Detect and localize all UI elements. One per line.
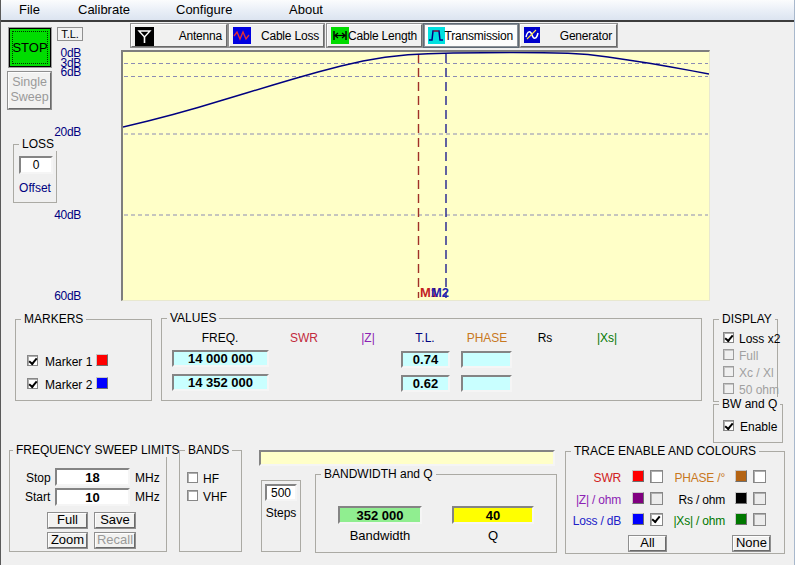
- display-group: DISPLAY Loss x2 Full Xc / Xl 50 ohm: [713, 319, 778, 402]
- marker2-tl-field[interactable]: 0.62: [401, 375, 450, 392]
- bandwidth-q-group-title: BANDWIDTH and Q: [321, 467, 436, 481]
- tab-label: Generator: [560, 29, 612, 43]
- trace-none-button[interactable]: None: [733, 536, 770, 551]
- bandwidth-label: Bandwidth: [338, 528, 422, 543]
- start-label: Start: [25, 490, 50, 504]
- marker1-tl-field[interactable]: 0.74: [401, 351, 450, 368]
- header-freq: FREQ.: [190, 331, 250, 345]
- loss-offset-input[interactable]: 0: [19, 156, 53, 174]
- marker1-phase-field[interactable]: [461, 351, 512, 368]
- trace-swatch-phase[interactable]: [735, 470, 747, 482]
- trace-swatch-xsohm[interactable]: [735, 513, 747, 525]
- y-axis-label-6db: 6dB: [45, 65, 81, 79]
- xcxl-label: Xc / Xl: [739, 366, 774, 380]
- tab-generator[interactable]: Generator: [520, 24, 617, 47]
- recall-button[interactable]: Recall: [95, 533, 135, 548]
- app-window: File Calibrate Configure About STOP T.L.…: [0, 0, 795, 565]
- trace-all-button[interactable]: All: [629, 536, 666, 551]
- marker2-phase-field[interactable]: [461, 375, 512, 392]
- bwq-enable-checkbox[interactable]: [723, 420, 734, 431]
- values-group-title: VALUES: [167, 311, 219, 325]
- bands-group-title: BANDS: [185, 443, 232, 457]
- header-xs: |Xs|: [577, 331, 637, 345]
- tab-cable-loss[interactable]: Cable Loss: [229, 24, 324, 47]
- xcxl-checkbox[interactable]: [723, 366, 734, 377]
- marker2-color-swatch[interactable]: [96, 377, 108, 389]
- full-sweep-button[interactable]: Full: [48, 513, 87, 528]
- trace-label-phase: PHASE /°: [674, 471, 725, 485]
- marker1-freq-field[interactable]: 14 000 000: [172, 350, 269, 367]
- markers-group: MARKERS Marker 1 Marker 2: [15, 319, 152, 401]
- trace-checkbox-zohm[interactable]: [650, 492, 663, 505]
- transmission-icon: [428, 27, 445, 47]
- trace-checkbox-phase[interactable]: [753, 470, 766, 483]
- lossx2-checkbox[interactable]: [723, 332, 734, 343]
- trace-swatch-swr[interactable]: [632, 470, 644, 482]
- tab-label: Cable Length: [348, 29, 417, 43]
- trace-checkbox-swr[interactable]: [650, 470, 663, 483]
- bwq-group-title: BW and Q: [719, 397, 780, 411]
- bandwidth-field: 352 000: [338, 506, 422, 524]
- save-button[interactable]: Save: [95, 513, 135, 528]
- marker-label-m2: M2: [431, 285, 449, 300]
- vhf-checkbox[interactable]: [187, 490, 198, 501]
- hf-checkbox[interactable]: [187, 472, 198, 483]
- bands-group: BANDS HF VHF: [179, 450, 242, 552]
- marker1-color-swatch[interactable]: [96, 354, 108, 366]
- steps-input[interactable]: 500: [265, 484, 297, 501]
- vhf-label: VHF: [203, 490, 227, 504]
- 50ohm-checkbox[interactable]: [723, 383, 734, 394]
- sweep-plot[interactable]: M1M2: [121, 50, 710, 301]
- q-label: Q: [452, 528, 534, 543]
- marker2-label: Marker 2: [45, 378, 92, 392]
- bwq-group: BW and Q Enable: [713, 404, 783, 443]
- comment-input[interactable]: [259, 450, 555, 466]
- trace-checkbox-xsohm[interactable]: [753, 513, 766, 526]
- marker1-checkbox[interactable]: [27, 355, 38, 366]
- trace-group: TRACE ENABLE AND COLOURS SWRPHASE /°|Z| …: [565, 451, 785, 554]
- tab-label: Cable Loss: [261, 29, 319, 43]
- start-freq-input[interactable]: 10: [55, 488, 130, 506]
- cable-loss-icon: [233, 27, 251, 47]
- trace-group-title: TRACE ENABLE AND COLOURS: [571, 444, 759, 458]
- offset-label: Offset: [14, 181, 56, 195]
- focus-rect: [12, 31, 48, 64]
- trace-label-zohm: |Z| / ohm: [576, 493, 621, 507]
- y-axis-label-40db: 40dB: [45, 208, 81, 222]
- zoom-button[interactable]: Zoom: [48, 533, 87, 548]
- marker1-label: Marker 1: [45, 355, 92, 369]
- hf-label: HF: [203, 472, 219, 486]
- markers-group-title: MARKERS: [21, 312, 86, 326]
- menu-file[interactable]: File: [19, 2, 40, 18]
- header-z: |Z|: [338, 331, 398, 345]
- trace-label-xsohm: |Xs| / ohm: [673, 514, 725, 528]
- header-phase: PHASE: [457, 331, 517, 345]
- marker2-freq-field[interactable]: 14 352 000: [172, 374, 269, 391]
- bandwidth-q-group: BANDWIDTH and Q 352 000 Bandwidth 40 Q: [315, 474, 557, 553]
- stop-freq-input[interactable]: 18: [55, 468, 130, 486]
- loss-group-title: LOSS: [19, 137, 57, 151]
- display-group-title: DISPLAY: [719, 312, 775, 326]
- menu-calibrate[interactable]: Calibrate: [78, 2, 130, 18]
- menu-configure[interactable]: Configure: [176, 2, 232, 18]
- trace-swatch-rsohm[interactable]: [735, 492, 747, 504]
- marker2-checkbox[interactable]: [27, 378, 38, 389]
- tab-antenna[interactable]: Antenna: [131, 24, 227, 47]
- antenna-icon: [135, 27, 154, 49]
- menu-about[interactable]: About: [289, 2, 323, 18]
- trace-swatch-zohm[interactable]: [632, 492, 644, 504]
- tab-label: Antenna: [179, 29, 222, 43]
- menu-bar: File Calibrate Configure About: [1, 0, 794, 20]
- full-checkbox[interactable]: [723, 349, 734, 360]
- trace-label-rsohm: Rs / ohm: [679, 493, 725, 507]
- header-swr: SWR: [274, 331, 334, 345]
- tab-transmission[interactable]: Transmission: [424, 24, 518, 47]
- generator-icon: [524, 27, 540, 46]
- header-rs: Rs: [515, 331, 575, 345]
- sweep-limits-group-title: FREQUENCY SWEEP LIMITS: [13, 443, 183, 457]
- trace-checkbox-lossdb[interactable]: [650, 513, 663, 526]
- trace-checkbox-rsohm[interactable]: [753, 492, 766, 505]
- steps-label: Steps: [262, 506, 300, 520]
- trace-swatch-lossdb[interactable]: [632, 513, 644, 525]
- tab-cable-length[interactable]: Cable Length: [327, 24, 422, 47]
